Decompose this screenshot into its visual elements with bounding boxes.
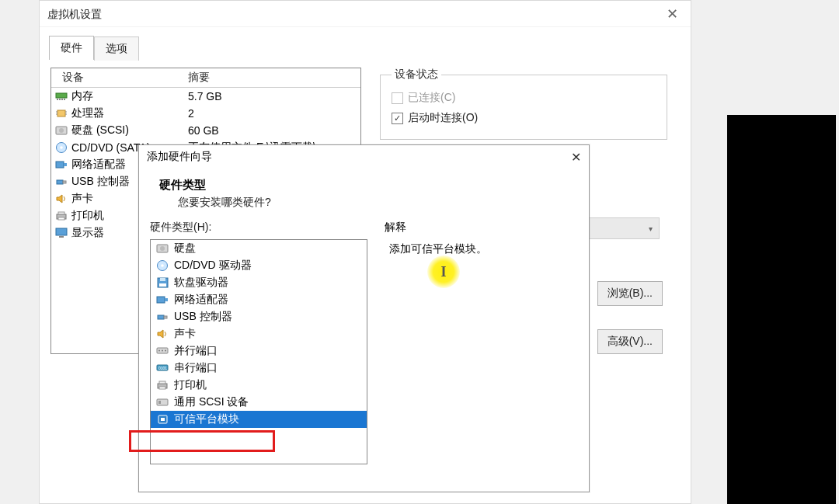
svg-point-13 (60, 146, 63, 149)
nic-icon (54, 158, 68, 171)
hardware-type-item[interactable]: 网络适配器 (151, 291, 367, 308)
hardware-type-label: 声卡 (174, 327, 196, 341)
wizard-subheading: 您要安装哪类硬件? (159, 196, 589, 210)
device-summary: 5.7 GB (188, 90, 357, 103)
svg-rect-2 (59, 99, 61, 100)
status-legend: 设备状态 (392, 68, 441, 82)
cpu-icon (54, 107, 68, 120)
floppy-icon (155, 276, 169, 289)
svg-point-11 (59, 128, 64, 133)
svg-point-38 (162, 350, 163, 352)
memory-icon (54, 90, 68, 103)
display-icon (54, 227, 68, 239)
hardware-type-label: USB 控制器 (174, 310, 232, 324)
tab-options[interactable]: 选项 (94, 36, 139, 61)
svg-rect-44 (159, 387, 165, 389)
tab-hardware[interactable]: 硬件 (49, 36, 94, 60)
sound-icon (54, 193, 68, 205)
connected-checkbox-row[interactable]: 已连接(C) (392, 88, 656, 108)
device-name: 硬盘 (SCSI) (71, 123, 188, 137)
vm-settings-titlebar: 虚拟机设置 ✕ (40, 1, 691, 27)
hardware-type-label: 并行端口 (174, 344, 218, 358)
svg-point-25 (160, 246, 165, 251)
svg-rect-21 (58, 217, 64, 220)
hardware-type-item[interactable]: 打印机 (151, 377, 367, 394)
checkbox-icon (392, 92, 403, 104)
svg-rect-23 (59, 236, 64, 238)
dark-panel (727, 115, 836, 504)
hardware-type-label: 串行端口 (174, 361, 218, 375)
cd-icon (155, 259, 169, 272)
svg-rect-29 (160, 278, 165, 281)
explanation-text: 添加可信平台模块。 (385, 242, 578, 256)
col-device: 设备 (56, 71, 188, 85)
connected-label: 已连接(C) (408, 91, 455, 105)
device-status-fieldset: 设备状态 已连接(C) ✓ 启动时连接(O) (380, 68, 667, 140)
device-row[interactable]: 硬盘 (SCSI)60 GB (51, 122, 360, 139)
advanced-button[interactable]: 高级(V)... (597, 329, 663, 354)
wizard-title: 添加硬件向导 (147, 150, 212, 164)
serial-icon: 0101 (155, 362, 169, 374)
parallel-icon (155, 345, 169, 357)
svg-rect-30 (159, 283, 166, 287)
browse-button[interactable]: 浏览(B)... (597, 281, 663, 306)
nic-icon (155, 294, 169, 306)
disk-icon (155, 242, 169, 255)
svg-rect-20 (58, 212, 64, 214)
wizard-heading: 硬件类型 (159, 178, 589, 193)
checkbox-checked-icon: ✓ (392, 113, 403, 124)
svg-rect-0 (56, 93, 67, 98)
col-summary: 摘要 (188, 71, 356, 85)
hardware-type-label: 硬件类型(H): (150, 221, 367, 235)
svg-point-39 (165, 350, 166, 352)
hardware-type-item[interactable]: USB 控制器 (151, 308, 367, 325)
printer-icon (155, 379, 169, 391)
connect-at-poweron-checkbox-row[interactable]: ✓ 启动时连接(O) (392, 108, 656, 128)
vm-settings-title: 虚拟机设置 (47, 1, 102, 27)
svg-rect-34 (164, 316, 167, 318)
scsi-icon (155, 396, 169, 408)
chevron-down-icon: ▾ (649, 224, 653, 233)
hardware-type-label: CD/DVD 驱动器 (174, 259, 252, 273)
svg-rect-3 (61, 99, 63, 100)
close-icon[interactable]: ✕ (662, 1, 683, 27)
hardware-type-label: 网络适配器 (174, 293, 228, 307)
svg-rect-4 (64, 99, 65, 100)
svg-rect-43 (159, 381, 165, 384)
svg-text:0101: 0101 (158, 366, 167, 370)
hardware-type-item[interactable]: 硬盘 (151, 240, 367, 257)
hardware-type-item[interactable]: 可信平台模块 (151, 411, 367, 428)
hardware-type-item[interactable]: 并行端口 (151, 342, 367, 360)
explanation-label: 解释 (385, 221, 578, 235)
device-row[interactable]: 处理器2 (51, 105, 360, 122)
svg-marker-18 (57, 195, 62, 203)
add-hardware-wizard: 添加硬件向导 ✕ 硬件类型 您要安装哪类硬件? 硬件类型(H): 硬盘CD/DV… (138, 144, 590, 492)
svg-rect-15 (64, 163, 67, 166)
hardware-type-label: 软盘驱动器 (174, 276, 228, 290)
svg-marker-35 (158, 330, 163, 338)
hardware-type-item[interactable]: 软盘驱动器 (151, 274, 367, 291)
vm-settings-tabs: 硬件 选项 (40, 35, 691, 60)
svg-rect-33 (158, 315, 164, 319)
cd-icon (54, 141, 68, 154)
hardware-type-item[interactable]: 0101串行端口 (151, 360, 367, 377)
device-summary: 2 (188, 107, 357, 120)
svg-point-27 (161, 264, 164, 267)
hardware-type-item[interactable]: 通用 SCSI 设备 (151, 394, 367, 411)
svg-rect-32 (165, 298, 168, 301)
svg-rect-22 (56, 228, 67, 235)
device-name: 内存 (71, 89, 188, 103)
svg-rect-31 (157, 297, 165, 303)
connect-at-poweron-label: 启动时连接(O) (408, 111, 478, 125)
device-row[interactable]: 内存5.7 GB (51, 88, 360, 105)
device-name: 处理器 (71, 106, 188, 120)
hardware-type-item[interactable]: 声卡 (151, 325, 367, 342)
wizard-header: 硬件类型 您要安装哪类硬件? (139, 170, 589, 221)
svg-point-37 (158, 350, 160, 352)
hardware-type-list[interactable]: 硬盘CD/DVD 驱动器软盘驱动器网络适配器USB 控制器声卡并行端口0101串… (150, 239, 367, 464)
hardware-type-label: 硬盘 (174, 242, 196, 255)
device-table-header: 设备 摘要 (51, 68, 360, 88)
hardware-type-item[interactable]: CD/DVD 驱动器 (151, 257, 367, 274)
close-icon[interactable]: ✕ (571, 150, 581, 165)
hardware-type-label: 可信平台模块 (174, 412, 239, 426)
